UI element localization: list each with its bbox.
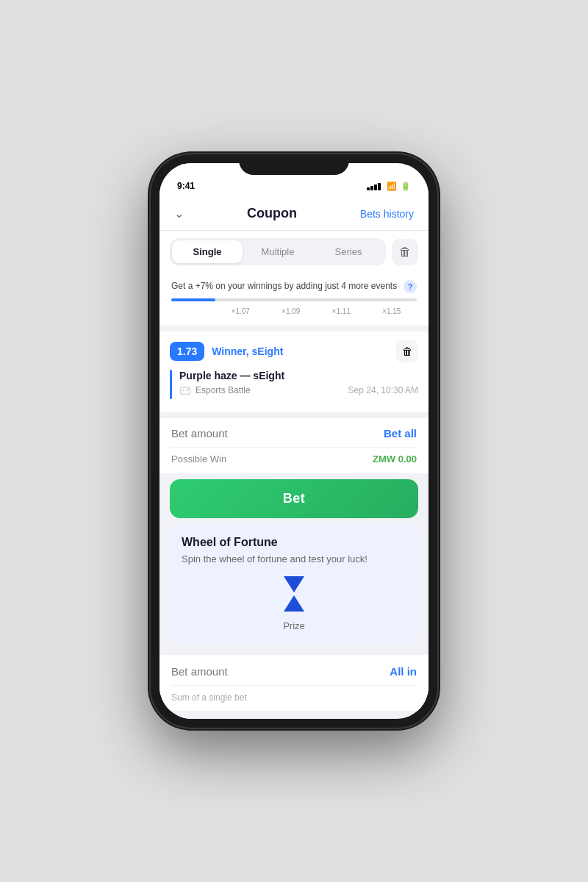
tab-series[interactable]: Series	[313, 240, 384, 263]
progress-track	[171, 298, 417, 301]
bottom-bet-row: All in	[171, 665, 417, 686]
wheel-title: Wheel of Fortune	[182, 536, 406, 549]
svg-point-2	[187, 389, 188, 390]
progress-label-4: ×1.15	[382, 307, 401, 315]
bet-button-section: Bet	[159, 479, 429, 524]
progress-label-1: ×1.07	[232, 307, 250, 315]
esports-icon	[179, 384, 191, 396]
main-content: ⌄ Coupon Bets history Single Multiple Se…	[159, 196, 429, 719]
triangle-up-icon	[284, 595, 304, 612]
bonus-section: Get a +7% on your winnings by adding jus…	[159, 273, 429, 326]
bet-match-name: Purple haze — sEight	[179, 370, 418, 381]
bet-card: 1.73 Winner, sEight 🗑 Purple haze — sEig…	[159, 331, 429, 412]
status-icons: 📶 🔋	[367, 182, 411, 191]
phone-notch	[239, 154, 349, 175]
tabs-container: Single Multiple Series 🗑	[159, 231, 429, 273]
bet-all-button[interactable]: Bet all	[384, 427, 417, 440]
bet-winner-label: Winner, sEight	[212, 345, 283, 357]
wheel-visual[interactable]	[182, 576, 406, 612]
wheel-prize-label: Prize	[182, 620, 406, 631]
svg-rect-0	[180, 387, 190, 394]
progress-fill	[171, 298, 215, 301]
bet-delete-button[interactable]: 🗑	[396, 340, 418, 362]
bet-trash-icon: 🗑	[402, 345, 412, 357]
back-chevron-icon[interactable]: ⌄	[174, 207, 184, 220]
header-title: Coupon	[247, 206, 297, 221]
possible-win-row: Possible Win ZMW 0.00	[171, 453, 417, 465]
status-time: 9:41	[177, 181, 195, 191]
bet-league: Esports Battle	[196, 385, 251, 395]
bets-history-link[interactable]: Bets history	[360, 208, 414, 220]
all-in-button[interactable]: All in	[390, 665, 417, 678]
bet-amount-section: Bet all Possible Win ZMW 0.00	[159, 418, 429, 473]
bet-left-bar	[170, 370, 172, 399]
bottom-bet-section: All in Sum of a single bet	[159, 655, 429, 711]
bet-card-header: 1.73 Winner, sEight 🗑	[170, 340, 418, 362]
bet-odds-badge: 1.73	[170, 342, 204, 361]
tabs-group: Single Multiple Series	[170, 238, 386, 265]
tab-single[interactable]: Single	[172, 240, 243, 263]
bet-amount-row: Bet all	[171, 427, 417, 448]
bet-date: Sep 24, 10:30 AM	[348, 385, 418, 395]
bet-amount-input[interactable]	[171, 427, 384, 440]
bet-match: Purple haze — sEight Esports Battle Sep …	[170, 370, 418, 399]
possible-win-value: ZMW 0.00	[373, 453, 417, 465]
wheel-section: Wheel of Fortune Spin the wheel of fortu…	[170, 524, 418, 643]
wheel-container: Wheel of Fortune Spin the wheel of fortu…	[159, 524, 429, 655]
bonus-text: Get a +7% on your winnings by adding jus…	[171, 280, 401, 293]
bottom-bet-input[interactable]	[171, 665, 390, 678]
trash-icon: 🗑	[399, 245, 411, 259]
progress-label-3: ×1.11	[332, 307, 351, 315]
bet-card-header-left: 1.73 Winner, sEight	[170, 342, 283, 361]
bet-match-info: Purple haze — sEight Esports Battle Sep …	[179, 370, 418, 396]
sum-label: Sum of a single bet	[171, 692, 247, 703]
triangle-down-icon	[284, 576, 304, 592]
bonus-help-icon[interactable]: ?	[404, 280, 417, 293]
screen: 9:41 📶 🔋 ⌄ Coupon Bets history	[159, 163, 429, 719]
bet-match-meta: Esports Battle Sep 24, 10:30 AM	[179, 384, 418, 396]
bet-button[interactable]: Bet	[170, 479, 418, 518]
tab-multiple[interactable]: Multiple	[243, 240, 313, 263]
progress-labels: ×1.07 ×1.09 ×1.11 ×1.15	[215, 307, 417, 315]
header: ⌄ Coupon Bets history	[159, 196, 429, 231]
clear-all-button[interactable]: 🗑	[392, 239, 418, 265]
possible-win-label: Possible Win	[171, 453, 226, 465]
phone-frame: 9:41 📶 🔋 ⌄ Coupon Bets history	[151, 154, 437, 728]
wheel-subtitle: Spin the wheel of fortune and test your …	[182, 553, 406, 564]
progress-label-2: ×1.09	[282, 307, 300, 315]
